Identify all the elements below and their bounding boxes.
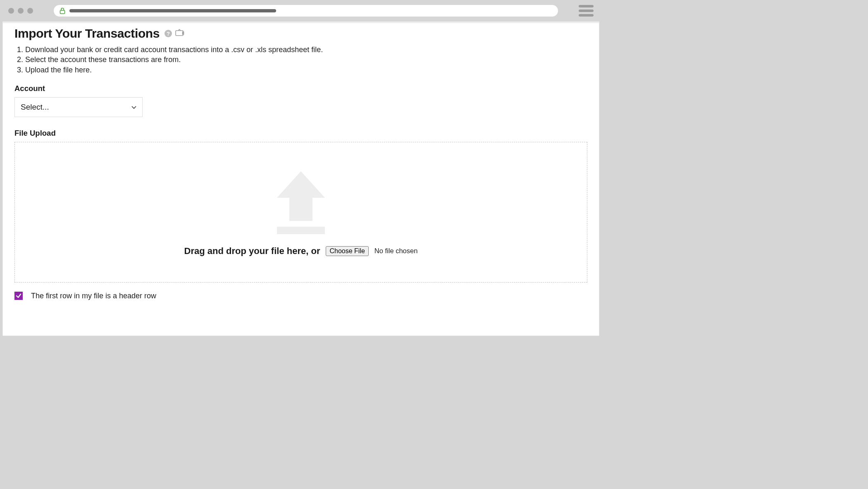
address-bar[interactable]: [54, 5, 558, 17]
divider: [3, 22, 599, 23]
account-label: Account: [14, 84, 587, 93]
dropzone-text: Drag and drop your file here, or: [184, 246, 320, 256]
file-dropzone[interactable]: Drag and drop your file here, or Choose …: [14, 142, 587, 283]
account-select[interactable]: Select...: [14, 97, 143, 117]
window-controls: [8, 8, 33, 14]
svg-rect-0: [60, 10, 65, 14]
header-row-label: The first row in my file is a header row: [31, 292, 156, 300]
browser-chrome: [0, 0, 602, 22]
window-maximize-dot[interactable]: [27, 8, 33, 14]
no-file-chosen-text: No file chosen: [374, 247, 418, 255]
step-item: Upload the file here.: [25, 65, 587, 75]
svg-rect-3: [277, 227, 325, 234]
header-row-checkbox[interactable]: [14, 292, 23, 300]
instruction-steps: Download your bank or credit card accoun…: [14, 45, 587, 75]
choose-file-button[interactable]: Choose File: [326, 246, 368, 256]
lock-icon: [60, 7, 65, 14]
page-content: Import Your Transactions ? Download your…: [2, 22, 599, 336]
chevron-down-icon: [131, 104, 136, 110]
page-title: Import Your Transactions: [14, 26, 160, 41]
window-minimize-dot[interactable]: [18, 8, 24, 14]
url-placeholder: [69, 9, 276, 12]
hamburger-menu-icon[interactable]: [579, 5, 594, 17]
step-item: Download your bank or credit card accoun…: [25, 45, 587, 55]
help-icon[interactable]: ?: [165, 30, 172, 37]
file-upload-label: File Upload: [14, 129, 587, 138]
window-close-dot[interactable]: [8, 8, 14, 14]
account-select-value: Select...: [21, 103, 49, 112]
step-item: Select the account these transactions ar…: [25, 55, 587, 65]
video-tutorial-icon[interactable]: [175, 29, 184, 38]
upload-arrow-icon: [272, 168, 330, 236]
svg-rect-1: [176, 31, 183, 36]
